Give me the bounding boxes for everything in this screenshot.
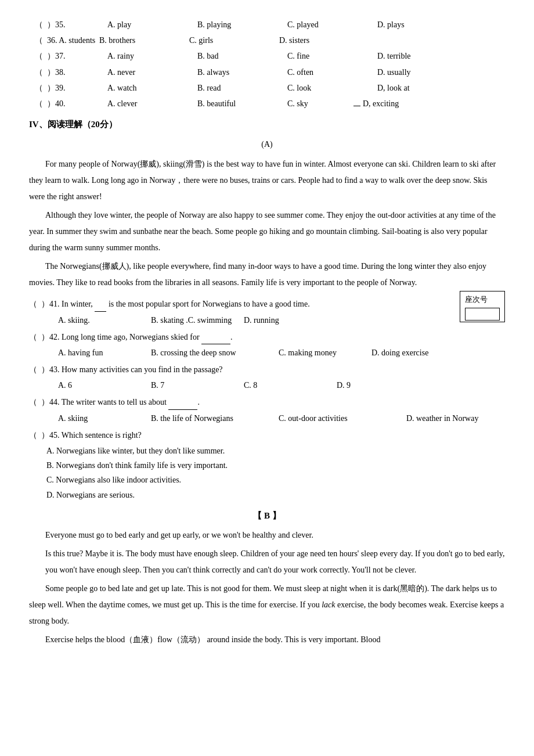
q43-bracket: （ ） — [29, 362, 49, 377]
q45-d: D. Norwegians are serious. — [46, 488, 505, 502]
q43-text: 43. How many activities can you find in … — [49, 362, 223, 377]
passage-a-title: (A) — [29, 137, 505, 152]
passage-b-block: Everyone must go to bed early and get up… — [29, 527, 505, 648]
q41-text: 41. In winter, is the most popular sport… — [49, 297, 310, 311]
q42-c: C. making money — [279, 345, 371, 360]
q45-b: B. Norwegians don't think family life is… — [46, 458, 505, 473]
q44-a: A. skiing — [58, 411, 151, 426]
q43-b: B. 7 — [151, 378, 244, 393]
q45-block: （ ） 45. Which sentence is right? A. Norw… — [29, 428, 505, 502]
q40-c: C. sky — [287, 96, 351, 111]
q35-bracket: （ ） — [35, 17, 55, 32]
q44-d: D. weather in Norway — [406, 411, 499, 426]
q37-d: D. terrible — [377, 49, 467, 63]
passage-b-para2: Is this true? Maybe it is. The body must… — [29, 546, 505, 578]
q37-num: 37. — [55, 49, 107, 63]
section-b-header: 【 B 】 — [29, 508, 505, 524]
q43-c: C. 8 — [244, 378, 337, 393]
q39-b: B. read — [197, 81, 287, 95]
q42-a: A. having fun — [58, 345, 151, 360]
q45-row: （ ） 45. Which sentence is right? — [29, 428, 505, 442]
q41-answers: A. skiing. B. skating .C. swimming D. ru… — [29, 313, 460, 327]
q44-block: （ ） 44. The writer wants to tell us abou… — [29, 395, 505, 425]
q35-num: 35. — [55, 17, 107, 32]
q37-b: B. bad — [197, 49, 287, 63]
q44-bracket: （ ） — [29, 395, 49, 409]
q38-a: A. never — [107, 65, 197, 80]
seat-label: 座次号 — [465, 293, 500, 306]
question-35-row: （ ） 35. A. play B. playing C. played D. … — [29, 17, 505, 32]
q43-answers: A. 6 B. 7 C. 8 D. 9 — [29, 378, 505, 393]
q40-num: 40. — [55, 96, 107, 111]
q45-c: C. Norwegians also like indoor activitie… — [46, 473, 505, 487]
q45-text: 45. Which sentence is right? — [49, 428, 142, 442]
q35-d: D. plays — [377, 17, 467, 32]
question-36-row: （ 36. A. students B. brothers C. girls D… — [29, 33, 505, 48]
q39-a: A. watch — [107, 81, 197, 95]
q42-row: （ ） 42. Long long time ago, Norwegians s… — [29, 330, 505, 344]
q38-d: D. usually — [377, 65, 467, 80]
question-37-row: （ ） 37. A. rainy B. bad C. fine D. terri… — [29, 49, 505, 63]
q37-bracket: （ ） — [35, 49, 55, 63]
question-40-row: （ ） 40. A. clever B. beautiful C. sky D,… — [29, 96, 505, 111]
q39-bracket: （ ） — [35, 81, 55, 95]
q37-c: C. fine — [287, 49, 377, 63]
q43-a: A. 6 — [58, 378, 151, 393]
section4-header: IV、阅读理解（20分） — [29, 117, 505, 132]
q35-a: A. play — [107, 17, 197, 32]
q41-a: A. skiing. — [58, 313, 151, 327]
q44-b: B. the life of Norwegians — [151, 411, 279, 426]
questions-35-40-section: （ ） 35. A. play B. playing C. played D. … — [29, 17, 505, 111]
question-39-row: （ ） 39. A. watch B. read C. look D, look… — [29, 81, 505, 95]
q45-bracket: （ ） — [29, 428, 49, 442]
q44-text: 44. The writer wants to tell us about . — [49, 395, 200, 409]
q37-a: A. rainy — [107, 49, 197, 63]
q44-answers: A. skiing B. the life of Norwegians C. o… — [29, 411, 505, 426]
q39-c: C. look — [287, 81, 377, 95]
seat-box: 座次号 — [460, 291, 505, 322]
passage-a-para3: The Norwegians(挪威人), like people everywh… — [29, 258, 505, 291]
q45-a: A. Norwegians like winter, but they don'… — [46, 444, 505, 458]
q40-b: B. beautiful — [197, 96, 287, 111]
q43-block: （ ） 43. How many activities can you find… — [29, 362, 505, 393]
passage-b-para4: Exercise helps the blood（血液）flow（流动） aro… — [29, 632, 505, 648]
q35-b: B. playing — [197, 17, 287, 32]
q36-c: C. girls — [189, 33, 279, 48]
q39-d: D, look at — [377, 81, 467, 95]
q40-bracket: （ ） — [35, 96, 55, 111]
passage-b-para1: Everyone must go to bed early and get up… — [29, 527, 505, 543]
q44-row: （ ） 44. The writer wants to tell us abou… — [29, 395, 505, 409]
passage-a-para2: Although they love winter, the people of… — [29, 207, 505, 256]
q35-c: C. played — [287, 17, 377, 32]
q41-row: （ ） 41. In winter, is the most popular s… — [29, 297, 460, 311]
q41-block: （ ） 41. In winter, is the most popular s… — [29, 297, 505, 327]
questions-41-45-section: （ ） 41. In winter, is the most popular s… — [29, 297, 505, 502]
q36-num: 36. A. students — [47, 33, 99, 48]
q36-bracket: （ — [35, 33, 47, 48]
q40-d: D, exciting — [363, 96, 399, 111]
passage-b-para3: Some people go to bed late and get up la… — [29, 581, 505, 629]
q44-c: C. out-door activities — [279, 411, 406, 426]
seat-inner[interactable] — [465, 308, 500, 321]
q42-answers: A. having fun B. crossing the deep snow … — [29, 345, 505, 360]
passage-a-para1: For many people of Norway(挪威), skiing(滑雪… — [29, 156, 505, 205]
q38-b: B. always — [197, 65, 287, 80]
q38-num: 38. — [55, 65, 107, 80]
passage-a-block: For many people of Norway(挪威), skiing(滑雪… — [29, 156, 505, 291]
q42-block: （ ） 42. Long long time ago, Norwegians s… — [29, 330, 505, 360]
q41-b: B. skating .C. swimming — [151, 313, 244, 327]
q43-d: D. 9 — [337, 378, 430, 393]
q36-d: D. sisters — [279, 33, 369, 48]
q41-d: D. running — [244, 313, 337, 327]
q40-a: A. clever — [107, 96, 197, 111]
q43-row: （ ） 43. How many activities can you find… — [29, 362, 505, 377]
q36-b: B. brothers — [99, 33, 189, 48]
q42-d: D. doing exercise — [371, 345, 464, 360]
q38-bracket: （ ） — [35, 65, 55, 80]
q39-num: 39. — [55, 81, 107, 95]
q42-bracket: （ ） — [29, 330, 49, 344]
question-38-row: （ ） 38. A. never B. always C. often D. u… — [29, 65, 505, 80]
q38-c: C. often — [287, 65, 377, 80]
q42-text: 42. Long long time ago, Norwegians skied… — [49, 330, 233, 344]
q45-options: A. Norwegians like winter, but they don'… — [29, 444, 505, 502]
